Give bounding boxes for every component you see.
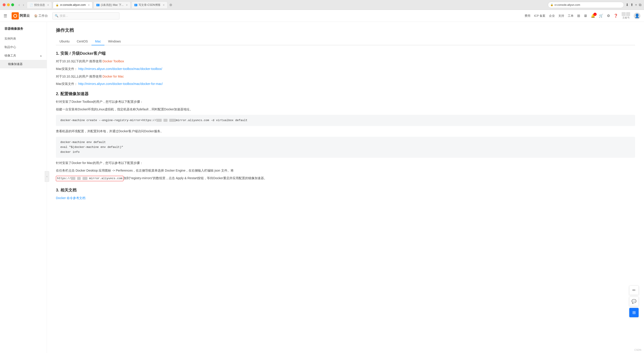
sidebar-toggle[interactable]: ‹ (45, 171, 49, 182)
grid-float-button[interactable]: ⊞ (629, 308, 639, 317)
download-icon[interactable]: ⬇ (626, 3, 628, 7)
browser-tab-zhaoasheng[interactable]: 📄 招生信息 ✕ (27, 1, 52, 8)
para3-before: 对于10.10.3以上的用户 推荐使用 (56, 75, 103, 78)
nav-icon-screen[interactable]: 🖥 (584, 14, 587, 18)
sidebar-sub-menu: 镜像加速器 (0, 60, 47, 68)
search-placeholder: 搜索... (60, 14, 68, 18)
logo-text: 阿里云 (20, 14, 30, 18)
para1-before: 对于10.10.3以下的用户 推荐使用 (56, 59, 103, 63)
user-settings-icon[interactable]: ⚙ (607, 14, 610, 18)
lock-icon: 🔒 (550, 3, 554, 6)
doc-para-1: 对于10.10.3以下的用户 推荐使用 Docker Toolbox (56, 59, 635, 64)
nav-icp-link[interactable]: ICP 备案 (534, 14, 546, 18)
doc-para-2: Mac安装文件： http://mirrors.aliyun.com/docke… (56, 66, 635, 72)
tab-centos[interactable]: CentOS (73, 38, 92, 45)
traffic-lights (3, 3, 14, 6)
doc-para-5: 针对安装了Docker Toolbox的用户，您可以参考以下配置步骤： (56, 99, 635, 105)
browser-tab-csdn[interactable]: C 写文章-CSDN博客 ✕ (132, 1, 168, 8)
sidebar-item-mirror-tools[interactable]: 镜像工具 ▲ (0, 51, 47, 60)
tab-favicon-2: 🔒 (56, 3, 59, 6)
user-avatar[interactable]: 👤 (634, 12, 640, 19)
nav-icon-console[interactable]: ⊞ (577, 14, 580, 18)
browser-tab-mac[interactable]: C (1条消息) Mac 下... ✕ (94, 1, 130, 8)
nav-cost-link[interactable]: 费用 (524, 14, 530, 18)
tab-ubuntu[interactable]: Ubuntu (56, 38, 73, 45)
edit-float-button[interactable]: ✏ (629, 286, 639, 295)
sidebar-item-instance-list[interactable]: 实例列表 (0, 34, 47, 43)
doc-para-related: Docker 命令参考文档 (56, 196, 635, 201)
aliyun-logo: 阿里云 (12, 12, 30, 19)
address-bar-wrap: 🔒 cr.console.aliyun.com (548, 2, 624, 8)
docker-for-mac-download-link[interactable]: http://mirrors.aliyun.com/docker-toolbox… (78, 82, 162, 86)
browser-nav: ‹ › (18, 2, 25, 7)
nav-forward-button[interactable]: › (22, 2, 25, 7)
doc-para-url-line: https:// mirror.aliyuncs.com加到"registry-… (56, 176, 635, 181)
address-bar[interactable]: 🔒 cr.console.aliyun.com (548, 2, 624, 8)
docker-command-doc-link[interactable]: Docker 命令参考文档 (56, 196, 86, 200)
highlighted-mirror-url: https:// mirror.aliyuncs.com (56, 176, 124, 181)
nav-enterprise-link[interactable]: 企业 (549, 14, 555, 18)
toolbox-download-link[interactable]: http://mirrors.aliyun.com/docker-toolbox… (78, 67, 162, 71)
tab-label-1: 招生信息 (34, 3, 45, 7)
sidebar-item-label-tools: 镜像工具 (4, 54, 16, 58)
address-text: cr.console.aliyun.com (554, 3, 580, 6)
tab-close-2[interactable]: ✕ (88, 4, 90, 6)
tab-more-button[interactable]: ⊕ (168, 3, 173, 7)
sidebar-item-mirror-accelerator[interactable]: 镜像加速器 (0, 60, 47, 68)
workspace-label: 工作台 (38, 14, 48, 18)
sidebar-title: 容器镜像服务 (0, 24, 47, 34)
help-icon[interactable]: ❓ (614, 14, 618, 18)
doc-para-7: 查看机器的环境配置，并配置到本地，并通过Docker客户端访问Docker服务。 (56, 129, 635, 134)
doc-para-9: 在任务栏点击 Docker Desktop 应用图标 -> Perference… (56, 168, 635, 173)
section1-title: 1. 安装 / 升级Docker客户端 (56, 51, 635, 56)
nav-ticket-link[interactable]: 工单 (568, 14, 574, 18)
code-block-2: docker-machine env default eval "$(docke… (56, 137, 635, 158)
tab-label-4: 写文章-CSDN博客 (139, 3, 160, 7)
collapse-icon: ▲ (40, 54, 42, 57)
traffic-light-green[interactable] (11, 3, 14, 6)
top-nav-right: 费用 ICP 备案 企业 支持 工单 ⊞ 🖥 🔔 1 🛒 ⚙ ❓ 主账号 👤 (524, 12, 640, 19)
right-float-buttons: ✏ 💬 ⊞ (629, 286, 639, 317)
main-layout: 容器镜像服务 实例列表 制品中心 镜像工具 ▲ 镜像加速器 ‹ 操作文档 Ubu… (0, 22, 644, 353)
tab-favicon-1: 📄 (30, 3, 33, 6)
traffic-light-yellow[interactable] (7, 3, 10, 6)
sidebar-item-label-instance: 实例列表 (4, 37, 16, 41)
nav-support-link[interactable]: 支持 (558, 14, 564, 18)
cart-icon[interactable]: 🛒 (599, 14, 603, 18)
svg-rect-0 (12, 13, 18, 19)
tab-favicon-3: C (96, 4, 99, 6)
docker-toolbox-link[interactable]: Docker Toolbox (103, 59, 124, 63)
new-tab-icon[interactable]: + (635, 3, 637, 7)
nav-back-button[interactable]: ‹ (18, 2, 20, 7)
tab-close-1[interactable]: ✕ (47, 4, 49, 6)
sidebar-item-label-product: 制品中心 (4, 45, 16, 49)
docker-for-mac-link[interactable]: Docker for Mac (103, 75, 124, 78)
share-icon[interactable]: ⬆ (630, 3, 633, 7)
comment-float-button[interactable]: 💬 (629, 297, 639, 306)
sidebar-item-label-accelerator: 镜像加速器 (8, 62, 22, 66)
hamburger-menu[interactable]: ☰ (4, 13, 7, 18)
tab-windows[interactable]: Windows (104, 38, 124, 45)
split-view-icon[interactable]: ⧉ (639, 3, 641, 7)
tab-close-3[interactable]: ✕ (126, 4, 128, 6)
tab-label-2: cr.console.aliyun.com (60, 3, 86, 6)
page-title: 操作文档 (56, 27, 635, 33)
top-search-bar[interactable]: 🔍 搜索... (52, 12, 120, 19)
sidebar: 容器镜像服务 实例列表 制品中心 镜像工具 ▲ 镜像加速器 (0, 22, 47, 353)
tab-close-4[interactable]: ✕ (163, 4, 164, 6)
tab-mac[interactable]: Mac (92, 38, 104, 45)
section3-title: 3. 相关文档 (56, 187, 635, 193)
notification-icon[interactable]: 🔔 1 (591, 14, 595, 18)
para2-label: Mac安装文件： (56, 67, 77, 71)
tab-bar: 📄 招生信息 ✕ 🔒 cr.console.aliyun.com ✕ C (1条… (27, 1, 546, 8)
section2-title: 2. 配置镜像加速器 (56, 91, 635, 96)
account-label: 主账号 (622, 16, 630, 19)
doc-para-6: 创建一台安装有Docker环境的Linux虚拟机，指定机器名称为default，… (56, 107, 635, 112)
para4-label: Mac安装文件： (56, 82, 77, 86)
browser-tab-aliyun[interactable]: 🔒 cr.console.aliyun.com ✕ (53, 1, 93, 8)
search-icon: 🔍 (55, 14, 58, 17)
notification-badge: 1 (594, 13, 596, 16)
traffic-light-red[interactable] (3, 3, 6, 6)
workspace-nav-item[interactable]: 🏠 工作台 (34, 14, 48, 18)
sidebar-item-product-center[interactable]: 制品中心 (0, 43, 47, 51)
